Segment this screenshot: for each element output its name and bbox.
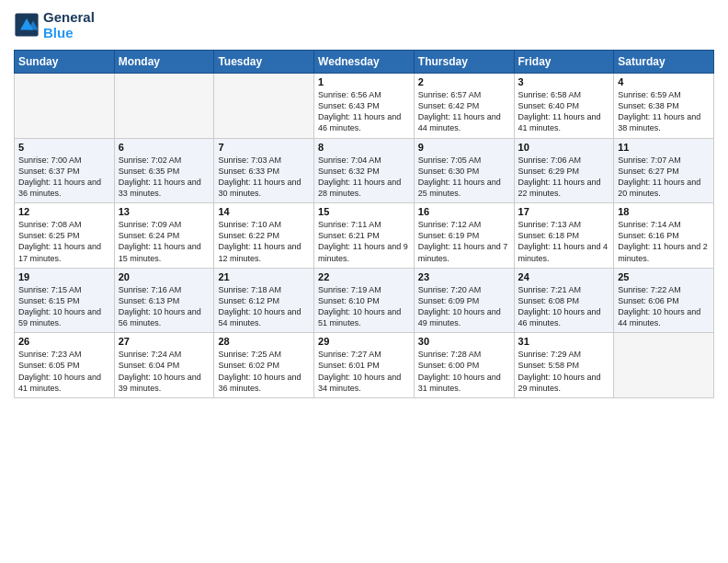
day-number: 10 <box>518 142 610 153</box>
day-info: Sunrise: 7:11 AM Sunset: 6:21 PM Dayligh… <box>318 219 410 264</box>
weekday-header-wednesday: Wednesday <box>314 51 415 74</box>
day-number: 27 <box>119 336 210 347</box>
calendar-cell: 28Sunrise: 7:25 AM Sunset: 6:02 PM Dayli… <box>214 333 314 398</box>
calendar-cell: 19Sunrise: 7:15 AM Sunset: 6:15 PM Dayli… <box>15 268 115 333</box>
calendar-week-3: 12Sunrise: 7:08 AM Sunset: 6:25 PM Dayli… <box>15 203 714 269</box>
day-info: Sunrise: 7:22 AM Sunset: 6:06 PM Dayligh… <box>618 284 710 329</box>
day-number: 16 <box>418 206 510 217</box>
calendar-cell: 12Sunrise: 7:08 AM Sunset: 6:25 PM Dayli… <box>15 203 115 269</box>
calendar-cell: 21Sunrise: 7:18 AM Sunset: 6:12 PM Dayli… <box>214 268 314 333</box>
day-info: Sunrise: 7:12 AM Sunset: 6:19 PM Dayligh… <box>418 219 510 264</box>
day-info: Sunrise: 7:07 AM Sunset: 6:27 PM Dayligh… <box>618 155 710 200</box>
day-info: Sunrise: 7:23 AM Sunset: 6:05 PM Dayligh… <box>18 349 110 394</box>
calendar-cell <box>614 333 714 398</box>
day-info: Sunrise: 7:15 AM Sunset: 6:15 PM Dayligh… <box>18 284 110 329</box>
calendar-cell: 26Sunrise: 7:23 AM Sunset: 6:05 PM Dayli… <box>15 333 115 398</box>
day-info: Sunrise: 7:02 AM Sunset: 6:35 PM Dayligh… <box>119 155 210 200</box>
calendar-cell: 17Sunrise: 7:13 AM Sunset: 6:18 PM Dayli… <box>514 203 614 269</box>
calendar-cell: 2Sunrise: 6:57 AM Sunset: 6:42 PM Daylig… <box>414 74 514 139</box>
calendar-cell: 24Sunrise: 7:21 AM Sunset: 6:08 PM Dayli… <box>514 268 614 333</box>
day-info: Sunrise: 7:28 AM Sunset: 6:00 PM Dayligh… <box>418 349 510 394</box>
day-number: 26 <box>18 336 110 347</box>
calendar-cell: 15Sunrise: 7:11 AM Sunset: 6:21 PM Dayli… <box>314 203 415 269</box>
day-info: Sunrise: 7:14 AM Sunset: 6:16 PM Dayligh… <box>618 219 710 264</box>
logo-icon <box>14 12 40 38</box>
day-number: 14 <box>218 206 310 217</box>
calendar-cell: 6Sunrise: 7:02 AM Sunset: 6:35 PM Daylig… <box>114 138 214 203</box>
day-number: 12 <box>18 206 110 217</box>
calendar-cell: 10Sunrise: 7:06 AM Sunset: 6:29 PM Dayli… <box>514 138 614 203</box>
calendar-week-1: 1Sunrise: 6:56 AM Sunset: 6:43 PM Daylig… <box>15 74 714 139</box>
day-number: 31 <box>518 336 610 347</box>
day-number: 4 <box>618 76 710 87</box>
day-info: Sunrise: 6:58 AM Sunset: 6:40 PM Dayligh… <box>518 89 610 134</box>
day-number: 30 <box>418 336 510 347</box>
calendar-cell: 29Sunrise: 7:27 AM Sunset: 6:01 PM Dayli… <box>314 333 415 398</box>
day-number: 8 <box>318 142 410 153</box>
calendar-cell: 16Sunrise: 7:12 AM Sunset: 6:19 PM Dayli… <box>414 203 514 269</box>
day-info: Sunrise: 7:24 AM Sunset: 6:04 PM Dayligh… <box>119 349 210 394</box>
day-number: 5 <box>18 142 110 153</box>
calendar-cell: 20Sunrise: 7:16 AM Sunset: 6:13 PM Dayli… <box>114 268 214 333</box>
day-number: 6 <box>119 142 210 153</box>
weekday-header-thursday: Thursday <box>414 51 514 74</box>
day-number: 28 <box>218 336 310 347</box>
day-number: 18 <box>618 206 710 217</box>
day-info: Sunrise: 7:04 AM Sunset: 6:32 PM Dayligh… <box>318 155 410 200</box>
calendar-cell: 30Sunrise: 7:28 AM Sunset: 6:00 PM Dayli… <box>414 333 514 398</box>
calendar-page: General Blue SundayMondayTuesdayWednesda… <box>0 0 728 412</box>
calendar-cell: 22Sunrise: 7:19 AM Sunset: 6:10 PM Dayli… <box>314 268 415 333</box>
calendar-cell <box>15 74 115 139</box>
day-number: 13 <box>119 206 210 217</box>
day-info: Sunrise: 7:25 AM Sunset: 6:02 PM Dayligh… <box>218 349 310 394</box>
day-info: Sunrise: 6:59 AM Sunset: 6:38 PM Dayligh… <box>618 89 710 134</box>
calendar-cell <box>214 74 314 139</box>
weekday-header-monday: Monday <box>114 51 214 74</box>
day-info: Sunrise: 7:10 AM Sunset: 6:22 PM Dayligh… <box>218 219 310 264</box>
day-info: Sunrise: 7:00 AM Sunset: 6:37 PM Dayligh… <box>18 155 110 200</box>
calendar-week-4: 19Sunrise: 7:15 AM Sunset: 6:15 PM Dayli… <box>15 268 714 333</box>
calendar-cell: 25Sunrise: 7:22 AM Sunset: 6:06 PM Dayli… <box>614 268 714 333</box>
calendar-cell: 23Sunrise: 7:20 AM Sunset: 6:09 PM Dayli… <box>414 268 514 333</box>
weekday-header-tuesday: Tuesday <box>214 51 314 74</box>
day-info: Sunrise: 7:19 AM Sunset: 6:10 PM Dayligh… <box>318 284 410 329</box>
day-number: 3 <box>518 76 610 87</box>
day-info: Sunrise: 6:56 AM Sunset: 6:43 PM Dayligh… <box>318 89 410 134</box>
day-number: 22 <box>318 271 410 282</box>
day-info: Sunrise: 7:21 AM Sunset: 6:08 PM Dayligh… <box>518 284 610 329</box>
header: General Blue <box>14 9 714 40</box>
calendar-week-5: 26Sunrise: 7:23 AM Sunset: 6:05 PM Dayli… <box>15 333 714 398</box>
day-info: Sunrise: 7:20 AM Sunset: 6:09 PM Dayligh… <box>418 284 510 329</box>
day-number: 20 <box>119 271 210 282</box>
calendar-cell: 5Sunrise: 7:00 AM Sunset: 6:37 PM Daylig… <box>15 138 115 203</box>
day-number: 21 <box>218 271 310 282</box>
day-info: Sunrise: 7:13 AM Sunset: 6:18 PM Dayligh… <box>518 219 610 264</box>
day-number: 19 <box>18 271 110 282</box>
day-info: Sunrise: 7:29 AM Sunset: 5:58 PM Dayligh… <box>518 349 610 394</box>
day-number: 15 <box>318 206 410 217</box>
calendar-cell: 11Sunrise: 7:07 AM Sunset: 6:27 PM Dayli… <box>614 138 714 203</box>
day-info: Sunrise: 7:27 AM Sunset: 6:01 PM Dayligh… <box>318 349 410 394</box>
calendar-cell: 13Sunrise: 7:09 AM Sunset: 6:24 PM Dayli… <box>114 203 214 269</box>
calendar-cell: 18Sunrise: 7:14 AM Sunset: 6:16 PM Dayli… <box>614 203 714 269</box>
day-info: Sunrise: 7:18 AM Sunset: 6:12 PM Dayligh… <box>218 284 310 329</box>
day-info: Sunrise: 7:05 AM Sunset: 6:30 PM Dayligh… <box>418 155 510 200</box>
calendar-week-2: 5Sunrise: 7:00 AM Sunset: 6:37 PM Daylig… <box>15 138 714 203</box>
weekday-header-row: SundayMondayTuesdayWednesdayThursdayFrid… <box>15 51 714 74</box>
logo-text: General Blue <box>43 9 95 40</box>
day-info: Sunrise: 7:06 AM Sunset: 6:29 PM Dayligh… <box>518 155 610 200</box>
weekday-header-sunday: Sunday <box>15 51 115 74</box>
calendar-cell: 14Sunrise: 7:10 AM Sunset: 6:22 PM Dayli… <box>214 203 314 269</box>
day-number: 24 <box>518 271 610 282</box>
weekday-header-saturday: Saturday <box>614 51 714 74</box>
calendar-cell: 1Sunrise: 6:56 AM Sunset: 6:43 PM Daylig… <box>314 74 415 139</box>
day-info: Sunrise: 6:57 AM Sunset: 6:42 PM Dayligh… <box>418 89 510 134</box>
calendar-cell: 9Sunrise: 7:05 AM Sunset: 6:30 PM Daylig… <box>414 138 514 203</box>
day-number: 29 <box>318 336 410 347</box>
calendar-cell: 7Sunrise: 7:03 AM Sunset: 6:33 PM Daylig… <box>214 138 314 203</box>
day-number: 2 <box>418 76 510 87</box>
logo: General Blue <box>14 9 95 40</box>
day-number: 17 <box>518 206 610 217</box>
calendar-cell: 8Sunrise: 7:04 AM Sunset: 6:32 PM Daylig… <box>314 138 415 203</box>
calendar-cell: 27Sunrise: 7:24 AM Sunset: 6:04 PM Dayli… <box>114 333 214 398</box>
